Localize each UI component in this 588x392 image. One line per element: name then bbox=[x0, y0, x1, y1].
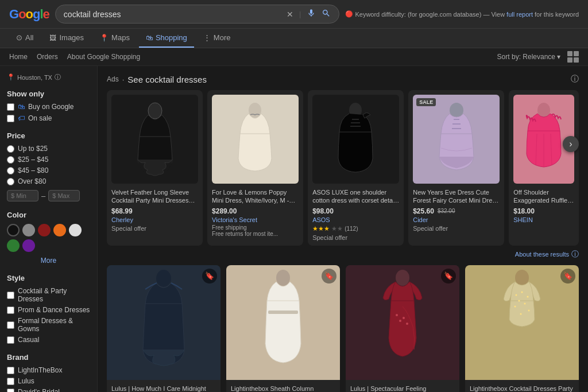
full-report-link[interactable]: full report bbox=[506, 11, 533, 18]
product-image-2 bbox=[312, 95, 399, 184]
home-link[interactable]: Home bbox=[9, 53, 28, 61]
ads-title: See cocktail dresses bbox=[127, 75, 207, 84]
empty-stars-2: ★★ bbox=[331, 225, 343, 232]
organic-name-2: Lulus | Spectacular Feeling Burgundy Emb… bbox=[350, 385, 455, 392]
tab-maps[interactable]: 📍 Maps bbox=[93, 29, 137, 48]
organic-card-3[interactable]: 🔖 bbox=[465, 265, 579, 392]
search-input[interactable] bbox=[64, 10, 287, 19]
product-store-4[interactable]: SHEIN bbox=[513, 216, 574, 223]
price-min-input[interactable] bbox=[7, 190, 38, 201]
price-dash: – bbox=[41, 192, 45, 200]
price-25-45[interactable]: $25 – $45 bbox=[7, 156, 90, 164]
about-link[interactable]: About Google Shopping bbox=[67, 53, 140, 61]
svg-point-21 bbox=[521, 292, 523, 293]
organic-card-0[interactable]: 🔖 Lulus | How Much I Care Midnig bbox=[107, 265, 220, 392]
price-45-80[interactable]: $45 – $80 bbox=[7, 166, 90, 174]
main-layout: 📍 Houston, TX ⓘ Show only 🛍 Buy on Googl… bbox=[0, 66, 588, 392]
svg-point-26 bbox=[528, 310, 530, 312]
color-more-link[interactable]: More bbox=[7, 257, 90, 265]
brand-item-1[interactable]: Lulus bbox=[7, 377, 90, 385]
ad-product-card-4[interactable]: Off Shoulder Exaggerated Ruffle Trim Ruc… bbox=[509, 90, 579, 246]
bookmark-btn-0[interactable]: 🔖 bbox=[202, 269, 217, 284]
sort-button[interactable]: Sort by: Relevance ▾ bbox=[497, 53, 560, 61]
bookmark-btn-1[interactable]: 🔖 bbox=[322, 269, 336, 284]
style-item-2[interactable]: Formal Dresses & Gowns bbox=[7, 317, 90, 333]
product-store-1[interactable]: Victoria's Secret bbox=[212, 216, 299, 223]
color-swatch-darkred[interactable] bbox=[38, 224, 51, 236]
price-up-to-25[interactable]: Up to $25 bbox=[7, 145, 90, 153]
review-count-2: (112) bbox=[345, 226, 358, 232]
style-check-3[interactable] bbox=[7, 336, 14, 344]
next-arrow-button[interactable]: › bbox=[563, 136, 579, 152]
ad-product-card-2[interactable]: ASOS LUXE one shoulder cotton dress with… bbox=[308, 90, 404, 246]
price-radio-1[interactable] bbox=[7, 156, 14, 164]
svg-point-18 bbox=[406, 323, 408, 325]
color-swatch-gray[interactable] bbox=[22, 224, 35, 236]
color-swatch-purple[interactable] bbox=[22, 239, 35, 252]
product-store-2[interactable]: ASOS bbox=[312, 216, 399, 223]
color-swatch-green[interactable] bbox=[7, 239, 20, 252]
on-sale-item[interactable]: 🏷 On sale bbox=[7, 114, 90, 122]
ad-product-card-3[interactable]: SALE New Years Eve Dress Cute Forest Fai… bbox=[408, 90, 504, 246]
about-results-icon: ⓘ bbox=[571, 249, 579, 259]
bookmark-btn-2[interactable]: 🔖 bbox=[441, 269, 456, 284]
orders-link[interactable]: Orders bbox=[37, 53, 58, 61]
ad-products-row: Velvet Feather Long Sleeve Cocktail Part… bbox=[107, 90, 579, 246]
product-store-3[interactable]: Cider bbox=[413, 216, 500, 223]
price-radio-0[interactable] bbox=[7, 145, 14, 153]
style-check-1[interactable] bbox=[7, 306, 14, 314]
color-swatch-orange[interactable] bbox=[53, 224, 66, 236]
organic-card-2[interactable]: 🔖 bbox=[346, 265, 459, 392]
svg-point-1 bbox=[249, 103, 261, 118]
organic-card-1[interactable]: 🔖 Lightinthebox Sheath Column Elegant Bo… bbox=[226, 265, 340, 392]
mic-icon[interactable] bbox=[307, 9, 316, 20]
brand-item-0[interactable]: LightInTheBox bbox=[7, 366, 90, 374]
shipping2-1: Free returns for most ite... bbox=[212, 231, 299, 237]
ads-info-icon[interactable]: ⓘ bbox=[571, 74, 579, 84]
divider: | bbox=[299, 10, 301, 18]
clear-icon[interactable]: ✕ bbox=[287, 10, 293, 19]
svg-point-17 bbox=[403, 317, 405, 319]
brand-check-1[interactable] bbox=[7, 378, 14, 385]
buy-on-google-checkbox[interactable] bbox=[7, 103, 14, 111]
style-check-2[interactable] bbox=[7, 321, 14, 329]
about-results[interactable]: About these results ⓘ bbox=[107, 249, 579, 259]
brand-item-2[interactable]: David's Bridal bbox=[7, 388, 90, 392]
product-store-0[interactable]: Cherley bbox=[111, 216, 198, 223]
price-radio-3[interactable] bbox=[7, 178, 14, 185]
color-section: Color More bbox=[7, 211, 90, 265]
style-item-1[interactable]: Prom & Dance Dresses bbox=[7, 306, 90, 314]
grid-view-icon[interactable] bbox=[567, 51, 579, 63]
color-swatch-black[interactable] bbox=[7, 224, 20, 236]
price-max-input[interactable] bbox=[48, 190, 80, 201]
tab-images[interactable]: 🖼 Images bbox=[42, 29, 91, 48]
google-logo: Google bbox=[9, 7, 49, 22]
brand-check-0[interactable] bbox=[7, 367, 14, 374]
price-radio-2[interactable] bbox=[7, 167, 14, 174]
style-item-3[interactable]: Casual bbox=[7, 336, 90, 344]
ad-product-card-1[interactable]: For Love & Lemons Poppy Mini Dress, Whit… bbox=[207, 90, 303, 246]
maps-icon: 📍 bbox=[100, 34, 109, 42]
bookmark-btn-3[interactable]: 🔖 bbox=[560, 269, 575, 284]
organic-image-0: 🔖 bbox=[107, 265, 220, 380]
product-price-1: $289.00 bbox=[212, 207, 299, 215]
tab-shopping[interactable]: 🛍 Shopping bbox=[139, 29, 194, 48]
style-item-0[interactable]: Cocktail & Party Dresses bbox=[7, 287, 90, 303]
product-image-1 bbox=[212, 95, 299, 184]
buy-on-google-item[interactable]: 🛍 Buy on Google bbox=[7, 103, 90, 111]
style-check-0[interactable] bbox=[7, 292, 14, 299]
svg-point-27 bbox=[520, 313, 522, 315]
tab-more[interactable]: ⋮ More bbox=[196, 29, 238, 48]
price-over-80[interactable]: Over $80 bbox=[7, 177, 90, 185]
ad-product-card-0[interactable]: Velvet Feather Long Sleeve Cocktail Part… bbox=[107, 90, 203, 246]
brand-check-2[interactable] bbox=[7, 389, 14, 393]
color-swatch-white[interactable] bbox=[69, 224, 82, 236]
tab-all[interactable]: ⊙ All bbox=[9, 29, 40, 48]
on-sale-checkbox[interactable] bbox=[7, 115, 14, 122]
location-info-icon[interactable]: ⓘ bbox=[55, 73, 61, 81]
search-submit-icon[interactable] bbox=[322, 9, 331, 20]
svg-point-14 bbox=[396, 270, 409, 286]
organic-name-3: Lightinthebox Cocktail Dresses Party Dre… bbox=[470, 385, 574, 392]
header: Google ✕ | 🔴 Keyword difficulty: (for go… bbox=[0, 0, 588, 29]
svg-point-11 bbox=[156, 270, 171, 287]
